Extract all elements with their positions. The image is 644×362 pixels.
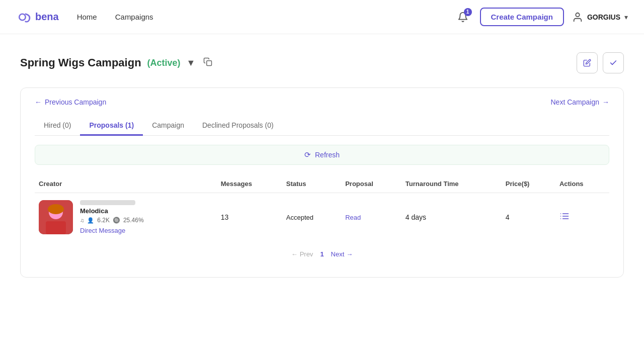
next-arrow-icon: → (346, 250, 353, 258)
current-page: 1 (320, 250, 324, 258)
campaign-title-row: Spring Wigs Campaign (Active) ▼ (20, 52, 624, 73)
prev-page-label: Prev (300, 250, 313, 258)
svg-point-1 (576, 13, 579, 16)
status-cell: Accepted (282, 193, 341, 242)
actions-cell (555, 193, 609, 242)
campaign-navigation: ← Previous Campaign Next Campaign → (35, 98, 609, 106)
price-cell: 4 (502, 193, 555, 242)
col-price: Price($) (502, 175, 555, 193)
creator-name-bar (80, 200, 135, 205)
campaign-title-left: Spring Wigs Campaign (Active) ▼ (20, 56, 212, 69)
user-menu[interactable]: GORGIUS ▾ (572, 12, 628, 23)
engagement-pct: 25.46% (123, 217, 144, 224)
chevron-down-icon: ▾ (624, 13, 628, 21)
proposals-table: Creator Messages Status Proposal Turnaro… (35, 175, 609, 241)
proposal-cell: Read (341, 193, 401, 242)
notification-badge: 1 (464, 8, 472, 16)
proposal-link[interactable]: Read (345, 214, 361, 221)
prev-arrow-icon: ← (291, 250, 298, 258)
refresh-bar[interactable]: ⟳ Refresh (35, 145, 609, 165)
check-icon (609, 59, 617, 67)
svg-rect-2 (207, 60, 212, 65)
tab-campaign[interactable]: Campaign (143, 116, 193, 136)
status-value: Accepted (286, 214, 313, 221)
campaign-title-right (577, 52, 624, 73)
tabs-bar: Hired (0) Proposals (1) Campaign Decline… (35, 116, 609, 136)
logo[interactable]: bena (16, 9, 59, 25)
campaign-dropdown-arrow[interactable]: ▼ (187, 58, 196, 68)
avatar (39, 200, 73, 234)
prev-campaign-link[interactable]: ← Previous Campaign (35, 98, 106, 106)
pencil-icon (583, 59, 591, 67)
main-content: Spring Wigs Campaign (Active) ▼ (0, 34, 644, 278)
arrow-left-icon: ← (35, 98, 42, 106)
table-header-row: Creator Messages Status Proposal Turnaro… (35, 175, 609, 193)
svg-point-0 (19, 14, 25, 20)
person-icon: 👤 (87, 217, 94, 224)
col-turnaround: Turnaround Time (401, 175, 502, 193)
campaign-status-badge: (Active) (147, 58, 181, 68)
col-creator: Creator (35, 175, 217, 193)
prev-page[interactable]: ← Prev (291, 250, 313, 258)
campaign-nav-card: ← Previous Campaign Next Campaign → Hire… (20, 87, 624, 278)
col-status: Status (282, 175, 341, 193)
user-name: GORGIUS (587, 13, 620, 21)
create-campaign-button[interactable]: Create Campaign (480, 8, 564, 26)
nav-campaigns[interactable]: Campaigns (115, 13, 153, 21)
creator-info: Melodica ♫ 👤 6.2K 🔘 25.46% Direct Messag… (80, 200, 144, 234)
direct-message-link[interactable]: Direct Message (80, 227, 144, 234)
tiktok-icon: ♫ (80, 217, 84, 223)
confirm-button[interactable] (603, 52, 624, 73)
campaign-title: Spring Wigs Campaign (20, 56, 141, 69)
col-actions: Actions (555, 175, 609, 193)
navbar-right: 1 Create Campaign GORGIUS ▾ (454, 8, 628, 26)
refresh-label: Refresh (315, 151, 340, 159)
table-row: Melodica ♫ 👤 6.2K 🔘 25.46% Direct Messag… (35, 193, 609, 242)
arrow-right-icon: → (602, 98, 609, 106)
navbar-left: bena Home Campaigns (16, 9, 153, 25)
creator-stats: ♫ 👤 6.2K 🔘 25.46% (80, 217, 144, 224)
copy-icon[interactable] (203, 57, 212, 69)
creator-cell: Melodica ♫ 👤 6.2K 🔘 25.46% Direct Messag… (39, 200, 211, 234)
col-proposal: Proposal (341, 175, 401, 193)
messages-cell: 13 (217, 193, 282, 242)
refresh-icon: ⟳ (304, 150, 311, 159)
actions-icon[interactable] (559, 213, 570, 223)
creator-name: Melodica (80, 207, 144, 215)
edit-button[interactable] (577, 52, 598, 73)
tab-hired[interactable]: Hired (0) (35, 116, 80, 136)
next-page[interactable]: Next → (331, 250, 353, 258)
next-page-label: Next (331, 250, 345, 258)
next-campaign-link[interactable]: Next Campaign → (551, 98, 610, 106)
user-icon (572, 12, 583, 23)
tiktok-followers: 6.2K (97, 217, 110, 224)
tab-declined[interactable]: Declined Proposals (0) (193, 116, 283, 136)
logo-text: bena (35, 11, 59, 23)
col-messages: Messages (217, 175, 282, 193)
nav-home[interactable]: Home (77, 13, 97, 21)
notification-button[interactable]: 1 (454, 8, 472, 26)
turnaround-cell: 4 days (401, 193, 502, 242)
engagement-icon: 🔘 (113, 217, 120, 224)
pagination: ← Prev 1 Next → (35, 241, 609, 267)
tab-proposals[interactable]: Proposals (1) (80, 116, 143, 136)
navbar: bena Home Campaigns 1 Create Campaign GO… (0, 0, 644, 34)
